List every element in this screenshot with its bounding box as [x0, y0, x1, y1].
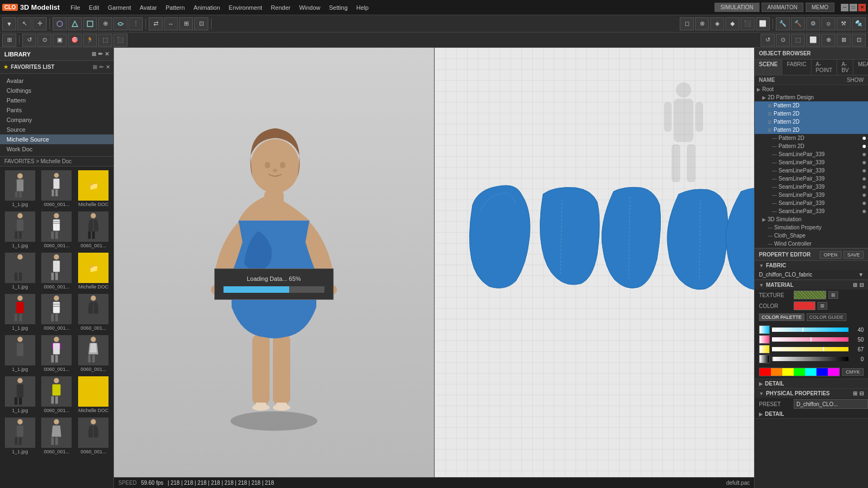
- lib-thumb-13[interactable]: 0060_001...: [39, 333, 75, 374]
- lib-thumb-6[interactable]: 1_1.jpg: [2, 251, 38, 291]
- tree-seam-1[interactable]: — SeamLinePair_339: [755, 150, 868, 158]
- lib-nav-pants[interactable]: Pants: [0, 105, 113, 115]
- lib-nav-clothings[interactable]: Clothings: [0, 86, 113, 95]
- tb-r6[interactable]: ⬜: [756, 17, 770, 30]
- tree-seam-8[interactable]: — SeamLinePair_339: [755, 207, 868, 215]
- menu-setting[interactable]: Setting: [325, 3, 352, 12]
- menu-environment[interactable]: Environment: [225, 3, 267, 12]
- show-btn[interactable]: SHOW: [847, 77, 864, 83]
- lib-nav-michelle-source[interactable]: Michelle Source: [0, 134, 113, 144]
- tb2-l4[interactable]: 🎯: [68, 34, 82, 47]
- fav-icon1[interactable]: ⊞: [93, 64, 97, 70]
- menu-animation[interactable]: Animation: [189, 3, 225, 12]
- tree-pattern2d-5[interactable]: — Pattern 2D: [755, 134, 868, 142]
- tb-arrow-down[interactable]: ▼: [2, 17, 16, 30]
- tb2-l6[interactable]: ⬚: [98, 34, 112, 47]
- close-btn[interactable]: ✕: [858, 4, 866, 11]
- lib-thumb-0[interactable]: 1_1.jpg: [2, 169, 38, 209]
- texture-expand[interactable]: ⊞: [828, 291, 838, 299]
- tb-tool6[interactable]: ⋮: [129, 17, 143, 30]
- tb2-l3[interactable]: ▣: [53, 34, 67, 47]
- tree-root[interactable]: ▶ Root: [755, 85, 868, 93]
- material-expand-btn[interactable]: ⊞: [853, 282, 857, 288]
- save-btn[interactable]: SAVE: [844, 251, 864, 259]
- tree-pattern2d-6[interactable]: — Pattern 2D: [755, 142, 868, 150]
- tb2-r5[interactable]: ⊕: [821, 34, 835, 47]
- lib-nav-avatar[interactable]: Avatar: [0, 76, 113, 86]
- lib-icon3[interactable]: ✕: [105, 51, 109, 57]
- tb-tool10[interactable]: ⊡: [194, 17, 208, 30]
- cmyk-c-slider[interactable]: [772, 328, 848, 332]
- menu-pattern[interactable]: Pattern: [161, 3, 189, 12]
- tree-seam-7[interactable]: — SeamLinePair_339: [755, 199, 868, 207]
- lib-thumb-8[interactable]: 📁 Michelle DOC: [75, 251, 111, 291]
- preset-value[interactable]: [794, 399, 868, 409]
- phys-collapse-btn[interactable]: ⊟: [859, 390, 864, 396]
- lib-thumb-20[interactable]: 0060_001...: [75, 416, 111, 456]
- material-section-title[interactable]: ▼ MATERIAL ⊞ ⊟: [755, 280, 868, 290]
- tb-r1[interactable]: ◻: [680, 17, 694, 30]
- lib-thumb-2[interactable]: 📁 Michelle DOC: [75, 169, 111, 209]
- tb-tool3[interactable]: [83, 17, 97, 30]
- tb2-r4[interactable]: ⬜: [806, 34, 820, 47]
- menu-help[interactable]: Help: [352, 3, 373, 12]
- open-btn[interactable]: OPEN: [820, 251, 841, 259]
- lib-thumb-1[interactable]: 0060_001...: [39, 169, 75, 209]
- tb-tool9[interactable]: ⊞: [179, 17, 193, 30]
- lib-thumb-16[interactable]: 0060_001...: [39, 375, 75, 415]
- detail2-title[interactable]: ▶ DETAIL: [755, 410, 868, 418]
- physical-props-title[interactable]: ▼ PHYSICAL PROPERTIES ⊞ ⊟: [755, 389, 868, 398]
- animation-btn[interactable]: ANIMAITON: [762, 3, 803, 12]
- tb-tool1[interactable]: [53, 17, 67, 30]
- tb-select[interactable]: ↖: [17, 17, 31, 30]
- tb-tool4[interactable]: ⊕: [98, 17, 112, 30]
- tb2-r7[interactable]: ⊡: [852, 34, 866, 47]
- tb-r8[interactable]: 🔨: [791, 17, 805, 30]
- tree-seam-5[interactable]: — SeamLinePair_339: [755, 183, 868, 191]
- tb2-l7[interactable]: ⬛: [113, 34, 127, 47]
- tb2-r3[interactable]: ⬚: [791, 34, 805, 47]
- tb-tool7[interactable]: ⇄: [149, 17, 163, 30]
- tree-seam-6[interactable]: — SeamLinePair_339: [755, 191, 868, 199]
- tb2-r1[interactable]: ↺: [761, 34, 775, 47]
- tb-r3[interactable]: ◈: [710, 17, 724, 30]
- tb-move[interactable]: ✛: [33, 17, 47, 30]
- cmyk-y-slider[interactable]: [772, 347, 848, 351]
- viewport-2d[interactable]: [435, 48, 755, 477]
- tb2-l1[interactable]: ↺: [22, 34, 36, 47]
- tree-pattern2d-1[interactable]: ⊞ Pattern 2D: [755, 101, 868, 110]
- color-swatch[interactable]: [794, 301, 815, 310]
- tb-r10[interactable]: ⛭: [821, 17, 835, 30]
- tb-tool5[interactable]: [113, 17, 127, 30]
- menu-garment[interactable]: Garment: [104, 3, 136, 12]
- fav-icon2[interactable]: ✏: [99, 64, 104, 70]
- tree-cloth-shape[interactable]: — Cloth_Shape: [755, 232, 868, 240]
- tree-sim-prop[interactable]: — Simulation Property: [755, 223, 868, 232]
- memo-btn[interactable]: MEMO: [806, 3, 834, 12]
- minimize-btn[interactable]: ─: [841, 4, 848, 11]
- lib-nav-source[interactable]: Source: [0, 125, 113, 134]
- fabric-section-title[interactable]: ▼ FABRIC: [755, 261, 868, 270]
- lib-thumb-18[interactable]: 1_1.jpg: [2, 416, 38, 456]
- cp-tab-guide[interactable]: COLOR GUIDE: [807, 313, 846, 321]
- tb-r7[interactable]: 🔧: [776, 17, 790, 30]
- tree-seam-2[interactable]: — SeamLinePair_339: [755, 158, 868, 166]
- lib-nav-work-doc[interactable]: Work Doc: [0, 144, 113, 154]
- phys-expand-btn[interactable]: ⊞: [853, 390, 857, 396]
- lib-nav-company[interactable]: Company: [0, 115, 113, 125]
- tab-apoint[interactable]: A-POINT: [812, 60, 838, 75]
- tree-pattern2d-4[interactable]: ⊞ Pattern 2D: [755, 126, 868, 134]
- object-tree[interactable]: ▶ Root ▶ 2D Parttern Design ⊞ Pattern 2D: [755, 85, 868, 248]
- tree-seam-4[interactable]: — SeamLinePair_339: [755, 175, 868, 183]
- simulation-btn[interactable]: SIMULATION: [714, 3, 759, 12]
- lib-thumb-4[interactable]: 0060_001...: [39, 210, 75, 250]
- lib-thumb-17[interactable]: Michelle DOC: [75, 375, 111, 415]
- menu-avatar[interactable]: Avatar: [136, 3, 162, 12]
- texture-preview[interactable]: [794, 291, 826, 299]
- cmyk-k-slider[interactable]: [772, 357, 848, 361]
- lib-thumb-7[interactable]: 0060_001...: [39, 251, 75, 291]
- lib-thumb-12[interactable]: 1_1.jpg: [2, 333, 38, 374]
- color-expand[interactable]: ⊞: [818, 302, 827, 310]
- tb-r9[interactable]: ⚙: [806, 17, 820, 30]
- lib-icon2[interactable]: ✏: [98, 51, 103, 57]
